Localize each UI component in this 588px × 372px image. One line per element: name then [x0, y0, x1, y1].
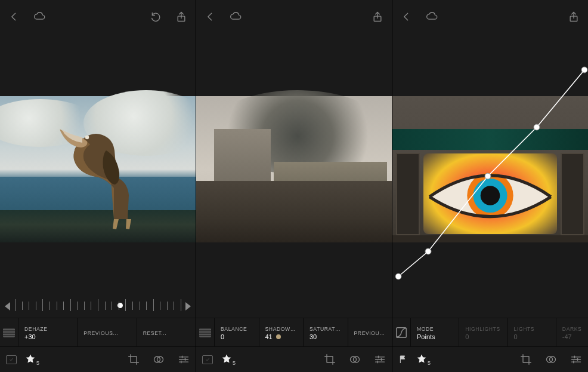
adjust-icon[interactable] [374, 353, 386, 365]
star-rating-icon[interactable]: 5 [25, 353, 39, 365]
preview-thumb-icon[interactable] [196, 318, 214, 346]
share-icon[interactable] [568, 11, 580, 23]
undo-icon[interactable] [150, 11, 162, 23]
parameter-bar: BALANCE 0 SHADOWS HUE 41 SATURATION 30 P… [196, 318, 392, 346]
slider-increase-icon[interactable] [185, 302, 191, 310]
share-icon[interactable] [175, 11, 187, 23]
cloud-sync-icon[interactable] [230, 11, 242, 23]
back-icon[interactable] [205, 11, 216, 23]
bottom-toolbar: 5 [392, 346, 588, 372]
adjust-icon[interactable] [570, 353, 582, 365]
param-shadows-hue[interactable]: SHADOWS HUE 41 [259, 318, 304, 346]
param-saturation[interactable]: SATURATION 30 [303, 318, 348, 346]
parameter-bar: DEHAZE +30 PREVIOUS... RESET... [0, 318, 196, 346]
pick-flag-icon[interactable] [6, 355, 17, 364]
bottom-toolbar: 5 [0, 346, 196, 372]
param-lights[interactable]: LIGHTS 0 [507, 318, 556, 346]
param-reset[interactable]: RESET... [137, 318, 196, 346]
param-highlights[interactable]: HIGHLIGHTS 0 [459, 318, 507, 346]
svg-point-11 [85, 136, 89, 139]
cloud-sync-icon[interactable] [426, 11, 438, 23]
param-previous[interactable]: PREVIOUS... [77, 318, 136, 346]
param-mode[interactable]: MODE Points [410, 318, 459, 346]
panel-split-tone: BALANCE 0 SHADOWS HUE 41 SATURATION 30 P… [196, 0, 392, 372]
param-dehaze[interactable]: DEHAZE +30 [18, 318, 77, 346]
back-icon[interactable] [401, 11, 413, 23]
share-icon[interactable] [372, 11, 383, 23]
photo-subject-pelican [57, 118, 150, 230]
pick-flag-icon[interactable] [398, 353, 408, 365]
bottom-toolbar: 5 [196, 346, 392, 372]
preview-thumb-icon[interactable] [0, 318, 18, 346]
hue-swatch-icon [276, 334, 281, 339]
star-rating-icon[interactable]: 5 [416, 353, 431, 365]
panel-dehaze: DEHAZE +30 PREVIOUS... RESET... 5 [0, 0, 196, 372]
photo-preview[interactable] [196, 33, 392, 295]
presets-icon[interactable] [349, 353, 361, 365]
star-rating-icon[interactable]: 5 [221, 353, 236, 365]
slider-decrease-icon[interactable] [5, 302, 10, 310]
crop-icon[interactable] [128, 353, 140, 365]
topbar [196, 0, 392, 33]
crop-icon[interactable] [520, 353, 532, 365]
curve-mode-icon[interactable] [392, 318, 410, 346]
adjust-icon[interactable] [178, 353, 190, 365]
slider-track[interactable] [15, 299, 181, 313]
cloud-sync-icon[interactable] [33, 11, 45, 23]
presets-icon[interactable] [153, 353, 165, 365]
panel-tone-curve: MODE Points HIGHLIGHTS 0 LIGHTS 0 DARKS … [392, 0, 588, 372]
parameter-bar: MODE Points HIGHLIGHTS 0 LIGHTS 0 DARKS … [392, 318, 588, 346]
param-darks[interactable]: DARKS -47 [556, 318, 588, 346]
topbar [0, 0, 196, 33]
photo-preview[interactable] [0, 33, 196, 295]
param-balance[interactable]: BALANCE 0 [214, 318, 259, 346]
crop-icon[interactable] [324, 353, 336, 365]
param-previous[interactable]: PREVIOUS... [348, 318, 392, 346]
back-icon[interactable] [8, 11, 20, 23]
topbar [392, 0, 588, 33]
photo-subject-eye-mural [423, 153, 557, 234]
dehaze-slider[interactable] [0, 295, 196, 318]
presets-icon[interactable] [545, 353, 557, 365]
pick-flag-icon[interactable] [202, 355, 213, 364]
svg-point-14 [481, 186, 500, 205]
photo-preview[interactable] [392, 33, 588, 295]
